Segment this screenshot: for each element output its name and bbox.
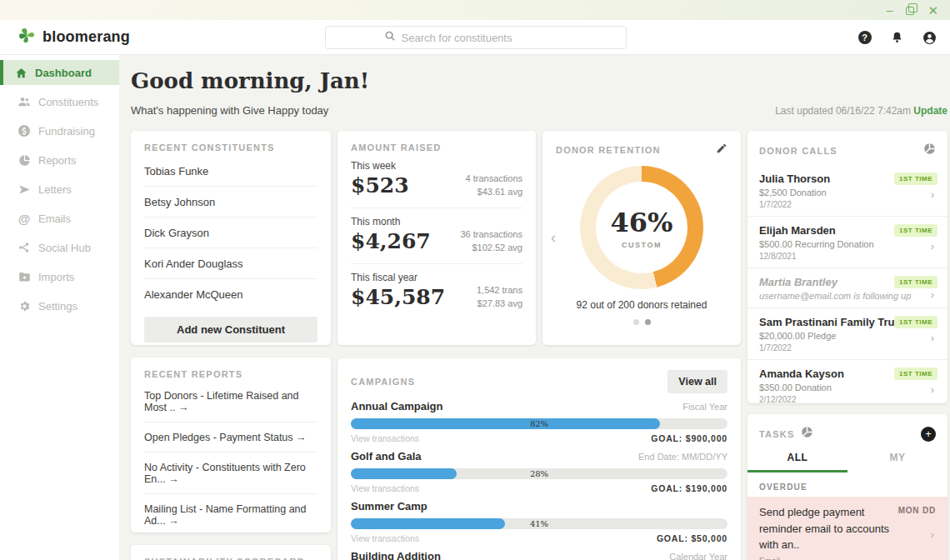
campaign-percent-label: 41% — [351, 518, 728, 529]
donor-call-row[interactable]: Sam Prastinani Family Trust $20,000.00 P… — [748, 308, 948, 360]
donor-call-row[interactable]: Amanda Kayson $350.00 Donation 2/12/2022… — [748, 360, 948, 411]
donor-call-row[interactable]: Elijah Marsden $500.00 Recurring Donatio… — [748, 217, 948, 268]
amount-raised-row: This week $523 4 transactions$43.61 avg — [351, 152, 522, 208]
search-input[interactable] — [402, 32, 568, 44]
share-icon — [18, 241, 31, 254]
retention-caption: 92 out of 200 donors retained — [556, 299, 728, 311]
constituent-link[interactable]: Dick Grayson — [144, 218, 318, 248]
first-time-badge: 1ST TIME — [894, 316, 938, 328]
report-link[interactable]: No Activity - Constituents with Zero En.… — [144, 452, 318, 494]
amount-stats: 4 transactions$43.61 avg — [466, 172, 522, 199]
sidebar-item-settings[interactable]: Settings — [0, 293, 119, 318]
sidebar-item-label: Constituents — [38, 96, 98, 108]
carousel-dot-active[interactable] — [645, 319, 651, 325]
constituent-link[interactable]: Tobias Funke — [144, 156, 318, 187]
campaign-goal: GOAL: $900,000 — [651, 433, 728, 443]
campaign-name: Golf and Gala — [351, 450, 422, 462]
sidebar-item-emails[interactable]: @ Emails — [0, 206, 119, 231]
add-constituent-button[interactable]: Add new Constituent — [144, 317, 318, 342]
campaign-name: Summer Camp — [351, 500, 428, 512]
campaign-tag: End Date: MM/DD/YY — [638, 452, 728, 462]
card-title: RECENT REPORTS — [144, 369, 318, 379]
tab-all[interactable]: ALL — [748, 452, 848, 472]
task-type: Email — [759, 557, 936, 560]
period-label: This fiscal year — [351, 272, 522, 283]
sidebar-item-label: Fundraising — [38, 125, 95, 138]
carousel-prev-icon[interactable]: ‹ — [551, 229, 556, 247]
donor-retention-card: DONOR RETENTION ‹ 46% CUSTO — [542, 131, 741, 345]
sidebar-item-letters[interactable]: Letters — [0, 177, 119, 202]
sidebar-item-dashboard[interactable]: Dashboard — [0, 60, 119, 85]
constituent-link[interactable]: Betsy Johnson — [144, 187, 318, 218]
arrow-right-icon: → — [296, 432, 307, 443]
sidebar-item-social-hub[interactable]: Social Hub — [0, 235, 119, 260]
first-time-badge: 1ST TIME — [894, 276, 938, 288]
pie-report-icon[interactable] — [801, 426, 813, 442]
view-transactions-link[interactable]: View transactions — [351, 533, 419, 543]
amount-stats: 1,542 trans$27.83 avg — [477, 284, 522, 311]
retention-percent: 46% — [611, 207, 673, 238]
view-transactions-link[interactable]: View transactions — [351, 483, 419, 493]
page-subtitle: What's happening with Give Happy today — [131, 104, 328, 117]
campaign-progress-bar: 82% — [351, 418, 728, 429]
carousel-dot[interactable] — [633, 319, 639, 325]
sustainability-scorecard-card: SUSTAINABILITY SCORECARD — [131, 545, 331, 560]
donor-call-row[interactable]: Martia Brantley username@email.com is fo… — [748, 268, 948, 308]
pie-report-icon[interactable] — [923, 142, 936, 158]
card-title: DONOR RETENTION — [556, 145, 661, 155]
sidebar-item-label: Dashboard — [35, 67, 92, 79]
card-title: DONOR CALLS — [759, 146, 838, 156]
donor-call-row[interactable]: Julia Thorson $2,500 Donation 1/7/2022 1… — [748, 165, 948, 217]
notifications-bell-icon[interactable] — [890, 31, 904, 45]
close-icon[interactable]: ✕ — [928, 4, 938, 17]
tab-my[interactable]: MY — [848, 452, 948, 472]
chevron-right-icon: › — [931, 288, 934, 301]
minimize-icon[interactable]: – — [887, 4, 893, 16]
report-link-label: Top Donors - Lifetime Raised and Most .. — [144, 390, 299, 413]
sidebar-item-constituents[interactable]: Constituents — [0, 89, 119, 114]
view-all-button[interactable]: View all — [668, 370, 728, 393]
folder-import-icon — [18, 270, 31, 283]
campaign-progress-bar: 41% — [351, 518, 728, 529]
campaign-percent-label: 28% — [351, 468, 728, 479]
add-task-button[interactable]: + — [921, 427, 936, 442]
report-link[interactable]: Open Pledges - Payment Status → — [144, 422, 318, 452]
sidebar-item-imports[interactable]: Imports — [0, 264, 119, 289]
sidebar-item-fundraising[interactable]: Fundraising — [0, 118, 119, 143]
donor-date: 1/7/2022 — [759, 200, 936, 209]
first-time-badge: 1ST TIME — [894, 172, 938, 185]
update-link[interactable]: Update — [913, 105, 948, 117]
donor-detail: $20,000.00 Pledge — [759, 331, 936, 341]
chevron-right-icon: › — [931, 188, 934, 201]
amount-value: $4,267 — [351, 229, 431, 253]
sidebar-item-label: Letters — [38, 183, 72, 196]
task-row-overdue[interactable]: Send pledge payment reminder email to ac… — [748, 497, 948, 560]
constituent-link[interactable]: Alexander McQueen — [144, 279, 318, 309]
constituent-link[interactable]: Kori Ander Douglass — [144, 248, 318, 279]
campaign-row: Summer Camp 41% View transactions GOAL: … — [351, 500, 728, 543]
window-titlebar: – ✕ — [0, 0, 950, 20]
restore-icon[interactable] — [906, 5, 914, 15]
period-label: This week — [351, 160, 522, 172]
amount-stats: 36 transactions$102.52 avg — [460, 228, 522, 255]
view-transactions-link[interactable]: View transactions — [351, 433, 419, 443]
edit-pencil-icon[interactable] — [716, 142, 728, 158]
logo-flower-icon — [17, 26, 37, 49]
profile-icon[interactable] — [922, 31, 937, 45]
campaign-progress-bar: 28% — [351, 468, 728, 479]
report-link[interactable]: Mailing List - Name Formatting and Ad...… — [144, 494, 318, 536]
bloomerang-logo[interactable]: bloomerang — [0, 26, 130, 49]
chevron-right-icon: › — [931, 383, 934, 396]
search-box[interactable] — [325, 26, 627, 49]
header-icons: ? — [858, 20, 937, 55]
donor-detail: $500.00 Recurring Donation — [759, 239, 936, 249]
report-link[interactable]: Top Donors - Lifetime Raised and Most ..… — [144, 381, 318, 422]
donor-detail: $2,500 Donation — [759, 188, 936, 198]
dollar-circle-icon — [18, 124, 31, 138]
task-title: Send pledge payment reminder email to ac… — [759, 504, 892, 553]
sidebar-item-reports[interactable]: Reports — [0, 148, 119, 172]
card-title: RECENT CONSTITUENTS — [144, 142, 318, 152]
gear-icon — [18, 299, 31, 312]
amount-raised-card: AMOUNT RAISED This week $523 4 transacti… — [338, 131, 536, 345]
help-icon[interactable]: ? — [858, 31, 872, 45]
